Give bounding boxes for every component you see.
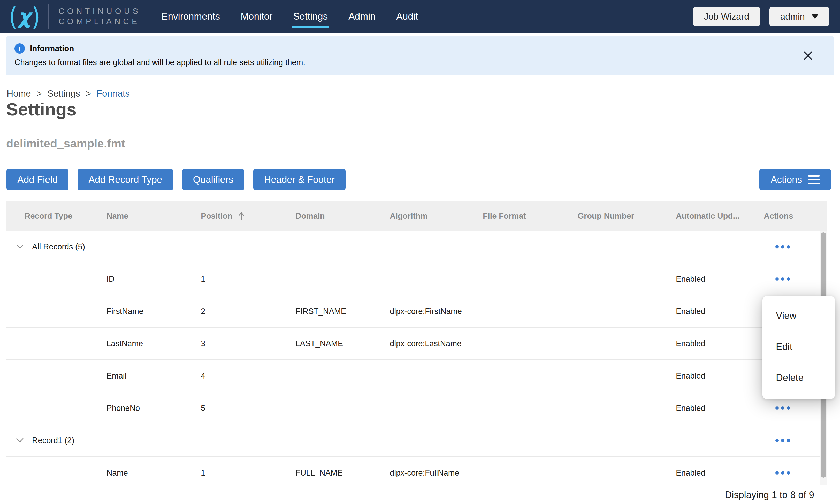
user-menu-button[interactable]: admin	[769, 7, 829, 26]
table-header-row: Record Type Name Position Domain Algorit…	[6, 201, 827, 231]
delphix-logo-icon: (χ)	[9, 5, 40, 28]
cell-domain: FULL_NAME	[295, 468, 390, 478]
nav-item-settings[interactable]: Settings	[293, 11, 328, 22]
page: (χ) CONTINUOUS COMPLIANCE Environments M…	[0, 0, 840, 504]
cell-name: Name	[106, 468, 201, 478]
row-actions-menu-button[interactable]	[775, 407, 790, 410]
column-header-group-number[interactable]: Group Number	[578, 212, 672, 221]
banner-title-row: Information	[15, 43, 74, 54]
close-icon[interactable]	[802, 50, 813, 61]
brand-line1: CONTINUOUS	[58, 6, 141, 17]
column-header-name[interactable]: Name	[106, 212, 201, 221]
information-banner: Information Changes to format files are …	[6, 36, 834, 75]
table-row-phoneno[interactable]: PhoneNo 5 Enabled	[6, 392, 827, 425]
chevron-down-icon	[811, 15, 818, 19]
cell-name: ID	[106, 274, 201, 284]
table-row-lastname[interactable]: LastName 3 LAST_NAME dlpx-core:LastName …	[6, 328, 827, 360]
toolbar: Add Field Add Record Type Qualifiers Hea…	[6, 169, 346, 190]
cell-algorithm: dlpx-core:FirstName	[390, 307, 483, 316]
cell-position: 5	[201, 403, 295, 413]
banner-message: Changes to format files are global and w…	[15, 58, 305, 67]
cell-name: FirstName	[106, 307, 201, 316]
cell-automatic-update: Enabled	[672, 307, 764, 316]
add-record-type-button[interactable]: Add Record Type	[78, 169, 173, 190]
column-header-algorithm[interactable]: Algorithm	[390, 212, 483, 221]
pagination-status: Displaying 1 to 8 of 9	[725, 489, 814, 500]
page-title: Settings	[6, 99, 76, 120]
column-header-actions: Actions	[764, 212, 827, 221]
banner-title: Information	[30, 44, 74, 53]
breadcrumb-separator: >	[86, 88, 91, 98]
table-row-id[interactable]: ID 1 Enabled	[6, 263, 827, 295]
format-file-name: delimited_sample.fmt	[6, 137, 125, 150]
breadcrumb-separator: >	[36, 88, 41, 98]
menu-item-edit[interactable]: Edit	[762, 331, 835, 362]
nav-items: Environments Monitor Settings Admin Audi…	[161, 11, 418, 22]
menu-item-view[interactable]: View	[762, 300, 835, 331]
row-actions-menu-button[interactable]	[775, 245, 790, 248]
format-fields-table: Record Type Name Position Domain Algorit…	[6, 201, 827, 489]
actions-button-label: Actions	[771, 174, 802, 185]
cell-name: LastName	[106, 339, 201, 348]
cell-position: 2	[201, 307, 295, 316]
breadcrumb-settings[interactable]: Settings	[47, 88, 80, 98]
cell-automatic-update: Enabled	[672, 403, 764, 413]
job-wizard-button[interactable]: Job Wizard	[693, 7, 760, 26]
table-row-name[interactable]: Name 1 FULL_NAME dlpx-core:FullName Enab…	[6, 457, 827, 489]
column-header-record-type[interactable]: Record Type	[6, 212, 106, 221]
qualifiers-button[interactable]: Qualifiers	[182, 169, 244, 190]
menu-item-delete[interactable]: Delete	[762, 362, 835, 393]
cell-automatic-update: Enabled	[672, 371, 764, 381]
brand-line2: COMPLIANCE	[58, 17, 141, 27]
nav-item-monitor[interactable]: Monitor	[241, 11, 272, 22]
table-row-firstname[interactable]: FirstName 2 FIRST_NAME dlpx-core:FirstNa…	[6, 295, 827, 328]
breadcrumb-formats-link[interactable]: Formats	[97, 88, 130, 98]
cell-position: 3	[201, 339, 295, 348]
nav-right: Job Wizard admin	[693, 7, 829, 26]
breadcrumb-home[interactable]: Home	[7, 88, 31, 98]
brand-text: CONTINUOUS COMPLIANCE	[58, 6, 141, 27]
table-row-group-record1[interactable]: Record1 (2)	[6, 425, 827, 457]
row-actions-context-menu: View Edit Delete	[762, 296, 835, 399]
cell-position: 1	[201, 274, 295, 284]
nav-item-audit[interactable]: Audit	[396, 11, 418, 22]
sort-ascending-icon	[238, 212, 245, 221]
cell-domain: LAST_NAME	[295, 339, 390, 348]
hamburger-icon	[808, 175, 820, 184]
cell-automatic-update: Enabled	[672, 339, 764, 348]
column-header-automatic-update[interactable]: Automatic Upd...	[672, 212, 764, 221]
column-header-file-format[interactable]: File Format	[483, 212, 578, 221]
column-header-domain[interactable]: Domain	[295, 212, 390, 221]
table-row-group-all-records[interactable]: All Records (5)	[6, 231, 827, 263]
cell-domain: FIRST_NAME	[295, 307, 390, 316]
group-label: All Records (5)	[32, 242, 85, 251]
cell-algorithm: dlpx-core:LastName	[390, 339, 483, 348]
row-actions-menu-button[interactable]	[775, 277, 790, 281]
cell-position: 1	[201, 468, 295, 478]
job-wizard-label: Job Wizard	[704, 11, 749, 22]
cell-position: 4	[201, 371, 295, 381]
header-footer-button[interactable]: Header & Footer	[253, 169, 346, 190]
table-row-email[interactable]: Email 4 Enabled	[6, 360, 827, 392]
brand-divider	[48, 4, 49, 29]
row-actions-menu-button[interactable]	[775, 439, 790, 442]
cell-name: Email	[106, 371, 201, 381]
actions-button[interactable]: Actions	[759, 169, 831, 190]
add-field-button[interactable]: Add Field	[6, 169, 68, 190]
cell-automatic-update: Enabled	[672, 468, 764, 478]
column-header-position[interactable]: Position	[201, 212, 295, 221]
nav-item-environments[interactable]: Environments	[161, 11, 220, 22]
cell-automatic-update: Enabled	[672, 274, 764, 284]
chevron-down-icon[interactable]	[16, 242, 24, 251]
cell-algorithm: dlpx-core:FullName	[390, 468, 483, 478]
user-menu-label: admin	[780, 11, 805, 22]
chevron-down-icon[interactable]	[16, 436, 24, 445]
breadcrumb: Home > Settings > Formats	[7, 88, 130, 98]
nav-item-admin[interactable]: Admin	[348, 11, 376, 22]
info-icon	[15, 43, 25, 54]
top-navbar: (χ) CONTINUOUS COMPLIANCE Environments M…	[0, 0, 840, 33]
cell-name: PhoneNo	[106, 403, 201, 413]
row-actions-menu-button[interactable]	[775, 471, 790, 474]
group-label: Record1 (2)	[32, 436, 74, 445]
